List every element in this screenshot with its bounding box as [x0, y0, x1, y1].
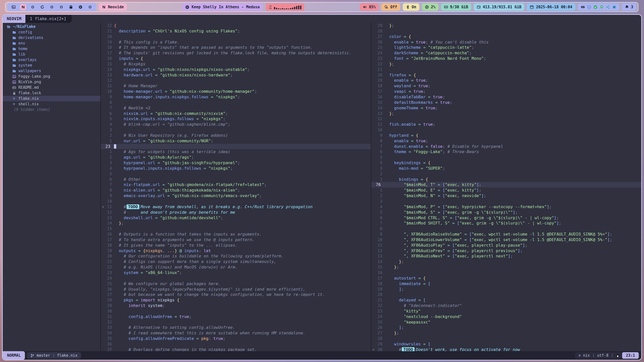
code-line[interactable]: 18 # It gives the name "inputs" to the .…	[101, 243, 371, 248]
code-line[interactable]: 12 # and doesn't provide any benefits fo…	[101, 210, 371, 215]
code-line[interactable]: 19 # This config is a Flake.	[101, 39, 371, 45]
code-line[interactable]: 15 };	[371, 264, 641, 270]
code-line[interactable]: 2 ags.url = "github:Aylur/ags";	[101, 155, 371, 160]
code-line[interactable]: 25 # We configure our global packages he…	[101, 281, 371, 287]
code-line[interactable]: 27 color = {	[371, 34, 641, 39]
workspace-2-active[interactable]	[20, 4, 26, 10]
tree-item-readme.md[interactable]: README.md	[3, 85, 100, 90]
code-line[interactable]: 2	[371, 171, 641, 177]
code-line[interactable]: 11 # Home Manager	[101, 83, 371, 89]
code-line[interactable]: 16	[371, 270, 641, 276]
code-line-cursor[interactable]: 76 "$mainMod, T" = ["exec, kitty"];	[371, 182, 641, 188]
tree-item-env[interactable]: env	[3, 40, 100, 46]
status-cpu[interactable]: 2%	[422, 3, 438, 11]
code-line[interactable]: 7 nix-flatpak.url = "github:gmodena/nix-…	[101, 182, 371, 188]
code-line[interactable]: 15 # Nixpkgs	[101, 61, 371, 67]
code-line[interactable]: 8 nix-alien.url = "github:thiagokokada/n…	[101, 188, 371, 193]
code-line[interactable]: 22{	[101, 23, 371, 28]
code-line[interactable]: 26 # Usually, "nixpkgs.legacyPackages.${…	[101, 287, 371, 292]
code-line[interactable]: 7 "$mainMod SHIFT, S" = ["exec, grim -g …	[371, 220, 641, 226]
code-line[interactable]: 20	[101, 34, 371, 39]
code-line[interactable]: 10 home-manager.url = "github:nix-commun…	[101, 89, 371, 94]
workspace-7[interactable]	[68, 4, 74, 10]
workspace-9[interactable]	[87, 4, 93, 10]
code-line[interactable]: 3 hyprpanel.url = "github:jas-singhfsu/h…	[101, 160, 371, 166]
workspace-1[interactable]	[11, 4, 17, 10]
code-line[interactable]: 28 pkgs = import nixpkgs {	[101, 297, 371, 303]
code-line[interactable]: 36	[101, 341, 371, 347]
code-line[interactable]: 27 # but because we want to change the n…	[101, 292, 371, 297]
code-line[interactable]: 13 ", XF86AudioNext" = ["exec, playerctl…	[371, 253, 641, 259]
code-line[interactable]: 17 # The inputs' git revisions get locke…	[101, 50, 371, 56]
code-line[interactable]: 6 theme = "Foggy-Lake"; # Three-Bears	[371, 149, 641, 155]
tree-item-overlays[interactable]: overlays	[3, 57, 100, 63]
code-line[interactable]: 12	[101, 78, 371, 83]
code-line[interactable]: 24 "nextcloud --background"	[371, 314, 641, 320]
tree-item-wallpapers[interactable]: wallpapers	[3, 68, 100, 74]
code-line[interactable]: 3	[101, 127, 371, 133]
workspace-8[interactable]	[77, 4, 84, 10]
code-line[interactable]: 5 "$mainMod, S" = ["exec, grim -g \"$(sl…	[371, 210, 641, 215]
code-line[interactable]: 8	[371, 226, 641, 232]
code-line[interactable]: 4 # blink-cmp.url = "github:saghen/blink…	[101, 122, 371, 127]
tree-item-lib[interactable]: lib	[3, 52, 100, 57]
code-line[interactable]: 11 ", XF86AudioPlay" = ["exec, playerctl…	[371, 243, 641, 248]
code-line[interactable]: 3 main-mod = "SUPER";	[371, 166, 641, 171]
code-line[interactable]: 28	[371, 336, 641, 341]
status-memory[interactable]: 9/30 GiB	[441, 3, 471, 11]
code-line[interactable]: 17 autostart = {	[371, 276, 641, 281]
code-line[interactable]: 16 inputs = {	[101, 56, 371, 61]
code-line[interactable]: 1 bindings = {	[371, 177, 641, 182]
code-line[interactable]: 10	[101, 199, 371, 204]
code-line[interactable]: 14 nixpkgs.url = "github:nixos/nixpkgs/n…	[101, 67, 371, 72]
tree-item-home[interactable]: home	[3, 46, 100, 52]
code-line[interactable]: 8	[101, 100, 371, 105]
code-line[interactable]: 19 enable = true;	[371, 78, 641, 83]
system-tray[interactable]	[578, 3, 619, 11]
code-line[interactable]: 21	[371, 67, 641, 72]
code-line[interactable]: 17 vaapi = true;	[371, 89, 641, 94]
code-line[interactable]: 33 # Alternative to setting config.allow…	[101, 325, 371, 330]
code-line[interactable]: 5	[101, 171, 371, 177]
code-line[interactable]: 32	[101, 320, 371, 325]
code-line[interactable]: 1 "$mainMod, E" = ["exec, kitty"];	[371, 188, 641, 193]
code-line[interactable]: 11 fish.enable = true;	[371, 122, 641, 127]
code-line[interactable]: 34 # I read somewhere that this is more …	[101, 330, 371, 336]
code-line[interactable]: 1 nur.url = "github:nix-community/NUR";	[101, 138, 371, 144]
code-line[interactable]: 14 gnomeTheme = true;	[371, 105, 641, 111]
code-line[interactable]: ✓11 #TODOMove away from devshell, as it …	[101, 204, 371, 210]
workspace-6[interactable]	[58, 4, 64, 10]
tree-item-flake.lock[interactable]: flake.lock	[3, 90, 100, 96]
tree-item-foggy-lake.png[interactable]: Foggy-Lake.png	[3, 74, 100, 79]
code-line[interactable]: 6 nixvim.url = "github:nix-community/nix…	[101, 111, 371, 116]
status-bluetooth[interactable]: On	[403, 3, 419, 11]
code-line[interactable]: 18 # It depends on "inputs" that are pas…	[101, 45, 371, 50]
code-line[interactable]: 5	[371, 155, 641, 160]
code-line[interactable]: 4 "$mainMod, P" = ["exec, hyprpicker --a…	[371, 204, 641, 210]
now-playing[interactable]: Keep Shelly In Athens - Medusa	[182, 3, 263, 11]
code-pane-left[interactable]: 22{21 description = "ChUrl's NixOS confi…	[101, 23, 371, 351]
code-line[interactable]: 19 outputs = {nixpkgs, ...} @ inputs: le…	[101, 248, 371, 254]
tree-item-shell.nix[interactable]: ❄shell.nix	[3, 101, 100, 107]
code-line[interactable]: 27 };	[371, 330, 641, 336]
code-line[interactable]: 24	[101, 276, 371, 281]
code-line[interactable]: 30	[101, 308, 371, 314]
code-line[interactable]: 9 hyprland = {	[371, 133, 641, 138]
code-pane-right[interactable]: 29 };2827 color = {26 enable = true; # Y…	[371, 23, 641, 351]
workspace-5[interactable]	[49, 4, 55, 10]
code-line[interactable]: 18 wayland = true;	[371, 83, 641, 89]
status-volume[interactable]: 85%	[360, 3, 379, 11]
tab-flake-nix[interactable]: 1 flake.nix[2+]	[25, 15, 72, 23]
code-line[interactable]: 17 # To handle extra arguments we use th…	[101, 237, 371, 243]
code-line[interactable]: 10 ", XF86AudioLowerVolume" = ["exec, wp…	[371, 237, 641, 243]
code-line[interactable]: 23 system = "x86_64-linux";	[101, 270, 371, 276]
code-line[interactable]: 4 keybindings = {	[371, 160, 641, 166]
code-line[interactable]: 21 # Configs can support more than a sin…	[101, 259, 371, 264]
code-line[interactable]: 4 hyprpanel.inputs.nixpkgs.follows = "ni…	[101, 166, 371, 171]
code-line[interactable]: 15	[101, 226, 371, 232]
tree-item-flake.nix[interactable]: ❄flake.nix	[3, 96, 100, 101]
code-line[interactable]: 13 hardware.url = "github:nixos/nixos-ha…	[101, 72, 371, 78]
code-line[interactable]: 16 disableTabBar = true;	[371, 94, 641, 100]
tree-item--nixflake[interactable]: ~/NixFlake	[3, 24, 100, 29]
code-line[interactable]: 7 # NeoVim <3	[101, 105, 371, 111]
